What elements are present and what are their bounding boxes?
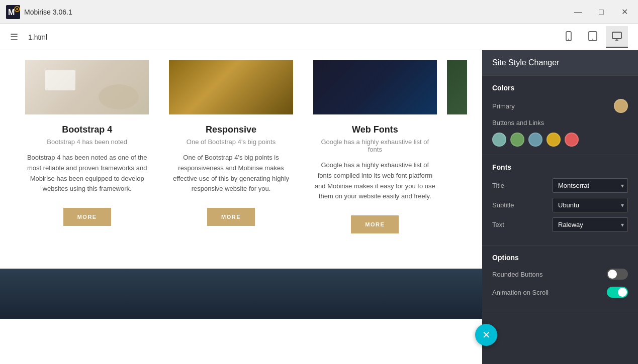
buttons-links-row: Buttons and Links xyxy=(492,119,628,127)
side-panel: Site Style Changer Colors Primary Button… xyxy=(482,50,638,364)
svg-rect-9 xyxy=(612,32,621,39)
subtitle-font-row: Subtitle Ubuntu Montserrat Raleway Open … xyxy=(492,198,628,212)
file-name: 1.html xyxy=(28,33,548,41)
primary-color-swatch[interactable] xyxy=(614,99,628,113)
subtitle-font-select[interactable]: Ubuntu Montserrat Raleway Open Sans Robo… xyxy=(553,198,628,212)
animation-scroll-row: Animation on Scroll xyxy=(492,287,628,298)
fonts-section: Fonts Title Montserrat Ubuntu Raleway Op… xyxy=(482,155,638,246)
mobile-view-button[interactable] xyxy=(558,26,580,48)
toolbar: ☰ 1.html xyxy=(0,24,638,50)
device-icons xyxy=(558,26,628,48)
card-3: Web Fonts Google has a highly exhaustive… xyxy=(303,60,447,249)
title-font-select-wrapper: Montserrat Ubuntu Raleway Open Sans Robo… xyxy=(553,178,628,193)
card-4-partial xyxy=(447,60,467,249)
card-1-subtitle: Bootstrap 4 has been noted xyxy=(25,138,149,146)
tablet-icon xyxy=(587,31,598,42)
page-content: Bootstrap 4 Bootstrap 4 has been noted B… xyxy=(0,50,482,364)
svg-point-6 xyxy=(568,39,569,40)
primary-color-label: Primary xyxy=(492,102,515,110)
close-button[interactable]: ✕ xyxy=(617,5,632,20)
animation-scroll-label: Animation on Scroll xyxy=(492,289,549,296)
title-font-label: Title xyxy=(492,182,504,189)
primary-color-row: Primary xyxy=(492,99,628,113)
rounded-buttons-label: Rounded Buttons xyxy=(492,271,542,278)
colors-section: Colors Primary Buttons and Links xyxy=(482,76,638,155)
options-section: Options Rounded Buttons Animation on Scr… xyxy=(482,246,638,313)
subtitle-font-label: Subtitle xyxy=(492,201,514,209)
card-2-title: Responsive xyxy=(169,125,293,135)
card-3-more-button[interactable]: MORE xyxy=(351,215,399,233)
card-2-subtitle: One of Bootstrap 4's big points xyxy=(169,138,293,146)
card-1-title: Bootstrap 4 xyxy=(25,125,149,135)
text-font-select-wrapper: Raleway Montserrat Ubuntu Open Sans Robo… xyxy=(553,217,628,232)
card-3-subtitle: Google has a highly exhaustive list of f… xyxy=(313,138,437,153)
animation-scroll-toggle[interactable] xyxy=(607,287,628,298)
mobile-icon xyxy=(563,31,574,42)
tablet-view-button[interactable] xyxy=(582,26,604,48)
main-area: Bootstrap 4 Bootstrap 4 has been noted B… xyxy=(0,50,638,364)
side-panel-title: Site Style Changer xyxy=(492,58,559,67)
text-font-select[interactable]: Raleway Montserrat Ubuntu Open Sans Robo… xyxy=(553,217,628,232)
card-1-more-button[interactable]: MORE xyxy=(63,208,111,226)
title-font-row: Title Montserrat Ubuntu Raleway Open San… xyxy=(492,178,628,193)
card-4-image-partial xyxy=(447,60,467,114)
color-swatch-4[interactable] xyxy=(565,133,579,147)
card-3-title: Web Fonts xyxy=(313,125,437,135)
card-3-body: Google has a highly exhaustive list of f… xyxy=(313,160,437,205)
hamburger-icon[interactable]: ☰ xyxy=(10,32,18,43)
title-bar: M Mobirise 3.06.1 — □ ✕ xyxy=(0,0,638,24)
rounded-buttons-knob xyxy=(608,270,617,279)
title-bar-left: M Mobirise 3.06.1 xyxy=(6,5,72,19)
desktop-icon xyxy=(611,31,622,42)
color-swatch-2[interactable] xyxy=(528,133,542,147)
bottom-section xyxy=(0,269,482,319)
app-title: Mobirise 3.06.1 xyxy=(24,8,72,16)
card-1: Bootstrap 4 Bootstrap 4 has been noted B… xyxy=(15,60,159,249)
options-section-title: Options xyxy=(492,254,628,262)
app-logo: M xyxy=(6,5,20,19)
color-swatch-3[interactable] xyxy=(546,133,561,147)
card-2-more-button[interactable]: MORE xyxy=(207,208,255,226)
svg-point-8 xyxy=(592,39,593,40)
card-1-image xyxy=(25,60,149,114)
rounded-buttons-toggle[interactable] xyxy=(607,269,628,280)
card-2-body: One of Bootstrap 4's big points is respo… xyxy=(169,153,293,198)
colors-section-title: Colors xyxy=(492,84,628,92)
title-bar-controls: — □ ✕ xyxy=(571,5,632,20)
subtitle-font-select-wrapper: Ubuntu Montserrat Raleway Open Sans Robo… xyxy=(553,198,628,212)
card-1-body: Bootstrap 4 has been noted as one of the… xyxy=(25,153,149,198)
fab-button[interactable]: ✕ xyxy=(475,324,497,346)
maximize-button[interactable]: □ xyxy=(594,5,609,20)
fonts-section-title: Fonts xyxy=(492,163,628,171)
card-3-image xyxy=(313,60,437,114)
card-2: Responsive One of Bootstrap 4's big poin… xyxy=(159,60,303,249)
title-font-select[interactable]: Montserrat Ubuntu Raleway Open Sans Robo… xyxy=(553,178,628,193)
rounded-buttons-row: Rounded Buttons xyxy=(492,269,628,280)
desktop-view-button[interactable] xyxy=(606,26,628,48)
buttons-links-label: Buttons and Links xyxy=(492,119,544,127)
color-swatch-0[interactable] xyxy=(492,133,506,147)
minimize-button[interactable]: — xyxy=(571,5,586,20)
svg-text:M: M xyxy=(8,8,15,17)
side-panel-header: Site Style Changer xyxy=(482,50,638,76)
text-font-row: Text Raleway Montserrat Ubuntu Open Sans… xyxy=(492,217,628,232)
text-font-label: Text xyxy=(492,221,504,228)
animation-scroll-knob xyxy=(618,288,627,297)
color-swatch-1[interactable] xyxy=(510,133,524,147)
cards-section: Bootstrap 4 Bootstrap 4 has been noted B… xyxy=(0,50,482,269)
card-2-image xyxy=(169,60,293,114)
buttons-links-swatches xyxy=(492,133,628,147)
